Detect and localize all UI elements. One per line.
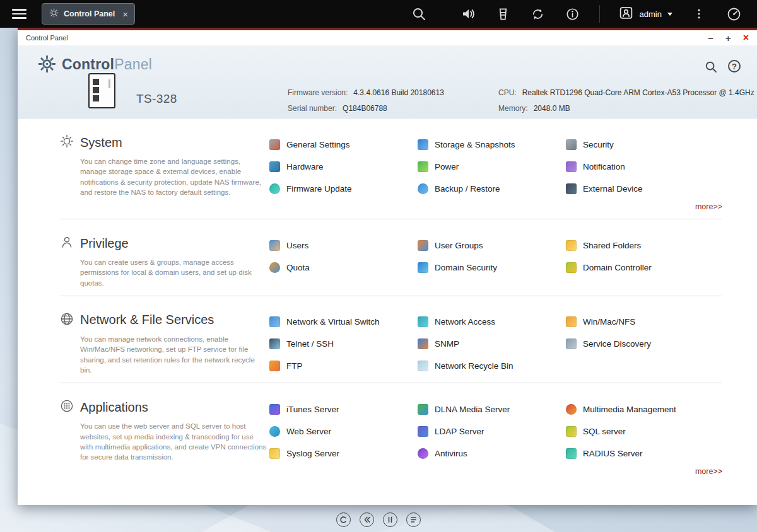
minimize-button[interactable]: − bbox=[708, 33, 713, 43]
web-server-icon bbox=[269, 426, 280, 437]
item-notification[interactable]: Notification bbox=[566, 159, 714, 173]
item-syslog-server[interactable]: Syslog Server bbox=[269, 446, 418, 460]
item-service-discovery[interactable]: Service Discovery bbox=[566, 337, 714, 351]
item-label: Service Discovery bbox=[583, 339, 651, 349]
item-user-groups[interactable]: User Groups bbox=[418, 238, 566, 252]
item-sql-server[interactable]: SQL server bbox=[566, 424, 714, 438]
telnet-ssh-icon bbox=[269, 338, 280, 349]
control-panel-content: System You can change time zone and lang… bbox=[18, 119, 757, 504]
external-device-icon bbox=[566, 183, 577, 194]
power-icon bbox=[418, 161, 428, 172]
snmp-icon bbox=[418, 338, 428, 349]
item-storage-snapshots[interactable]: Storage & Snapshots bbox=[418, 137, 566, 151]
sync-icon[interactable] bbox=[530, 6, 546, 22]
item-label: RADIUS Server bbox=[583, 449, 643, 458]
item-label: Telnet / SSH bbox=[286, 339, 334, 349]
ftp-icon bbox=[269, 361, 280, 371]
item-label: Syslog Server bbox=[286, 449, 339, 458]
item-network-recycle-bin[interactable]: Network Recycle Bin bbox=[418, 359, 566, 373]
item-antivirus[interactable]: Antivirus bbox=[418, 446, 566, 460]
section-title: Privilege bbox=[80, 236, 129, 251]
background-tasks-icon[interactable] bbox=[495, 6, 512, 22]
item-power[interactable]: Power bbox=[418, 159, 566, 173]
item-label: Network Recycle Bin bbox=[435, 361, 513, 371]
item-label: LDAP Server bbox=[435, 427, 484, 436]
device-model: TS-328 bbox=[136, 92, 177, 106]
sql-server-icon bbox=[566, 426, 577, 437]
tab-close-icon[interactable]: × bbox=[122, 9, 128, 19]
dlna-media-server-icon bbox=[418, 404, 428, 415]
item-label: Domain Controller bbox=[583, 263, 652, 272]
search-icon[interactable] bbox=[411, 6, 427, 22]
item-domain-controller[interactable]: Domain Controller bbox=[566, 260, 714, 274]
window-search-icon[interactable] bbox=[704, 60, 718, 76]
item-telnet-ssh[interactable]: Telnet / SSH bbox=[269, 337, 418, 351]
item-quota[interactable]: Quota bbox=[269, 260, 418, 274]
volume-icon[interactable] bbox=[461, 6, 477, 22]
item-web-server[interactable]: Web Server bbox=[269, 424, 418, 438]
page-title: ControlPanel bbox=[62, 56, 152, 73]
item-external-device[interactable]: External Device bbox=[566, 182, 714, 195]
maximize-button[interactable]: + bbox=[725, 33, 731, 43]
section-applications: Applications You can use the web server … bbox=[60, 383, 722, 483]
item-snmp[interactable]: SNMP bbox=[418, 337, 566, 351]
network-virtual-switch-icon bbox=[269, 316, 280, 327]
hardware-icon bbox=[269, 161, 280, 172]
item-network-virtual-switch[interactable]: Network & Virtual Switch bbox=[269, 315, 418, 329]
privilege-section-icon bbox=[60, 235, 74, 252]
item-backup-restore[interactable]: Backup / Restore bbox=[418, 182, 566, 195]
user-menu[interactable]: admin bbox=[618, 5, 672, 23]
close-button[interactable]: × bbox=[743, 33, 749, 43]
switch-back-icon[interactable] bbox=[360, 512, 374, 527]
hardware-info: CPU:Realtek RTD1296 Quad-Core ARM Cortex… bbox=[498, 85, 754, 117]
service-discovery-icon bbox=[566, 338, 577, 349]
serial-value: Q184B06788 bbox=[343, 104, 387, 113]
domain-security-icon bbox=[418, 262, 428, 273]
item-label: Users bbox=[286, 241, 308, 250]
item-users[interactable]: Users bbox=[269, 238, 418, 252]
more-options-icon[interactable] bbox=[691, 6, 707, 22]
item-general-settings[interactable]: General Settings bbox=[269, 137, 418, 151]
item-network-access[interactable]: Network Access bbox=[418, 315, 566, 329]
item-label: Network Access bbox=[435, 317, 495, 327]
syslog-server-icon bbox=[269, 448, 280, 459]
item-ldap-server[interactable]: LDAP Server bbox=[418, 424, 566, 438]
item-domain-security[interactable]: Domain Security bbox=[418, 260, 566, 274]
network-section-icon bbox=[60, 312, 74, 328]
win-mac-nfs-icon bbox=[566, 316, 577, 327]
item-radius-server[interactable]: RADIUS Server bbox=[566, 446, 714, 460]
notes-icon[interactable] bbox=[406, 512, 421, 527]
item-security[interactable]: Security bbox=[566, 137, 714, 151]
firmware-update-icon bbox=[269, 183, 280, 194]
window-titlebar[interactable]: Control Panel − + × bbox=[18, 30, 757, 45]
chevron-down-icon bbox=[667, 13, 672, 16]
item-itunes-server[interactable]: iTunes Server bbox=[269, 402, 418, 416]
item-label: Storage & Snapshots bbox=[435, 140, 515, 149]
desktop-dock bbox=[336, 512, 421, 527]
shared-folders-icon bbox=[566, 240, 577, 251]
item-label: Web Server bbox=[286, 427, 331, 436]
item-shared-folders[interactable]: Shared Folders bbox=[566, 238, 714, 252]
info-icon[interactable] bbox=[565, 6, 581, 22]
help-icon[interactable]: ? bbox=[728, 60, 741, 72]
item-ftp[interactable]: FTP bbox=[269, 359, 418, 373]
cpu-label: CPU: bbox=[498, 88, 517, 97]
item-label: Security bbox=[583, 140, 614, 149]
dashboard-gauge-icon[interactable] bbox=[725, 6, 742, 22]
applications-more-link[interactable]: more>> bbox=[695, 467, 722, 476]
item-hardware[interactable]: Hardware bbox=[269, 159, 418, 173]
users-icon bbox=[269, 240, 280, 251]
recent-icon[interactable] bbox=[336, 512, 351, 527]
system-more-link[interactable]: more>> bbox=[695, 202, 722, 211]
tab-control-panel[interactable]: Control Panel × bbox=[42, 3, 135, 25]
item-dlna-media-server[interactable]: DLNA Media Server bbox=[418, 402, 566, 416]
main-menu-icon[interactable] bbox=[12, 6, 26, 22]
section-title: System bbox=[80, 136, 122, 150]
section-description: You can use the web server and SQL serve… bbox=[80, 421, 267, 462]
section-description: You can create users & groups, manage ac… bbox=[80, 257, 267, 288]
item-firmware-update[interactable]: Firmware Update bbox=[269, 182, 418, 195]
item-win-mac-nfs[interactable]: Win/Mac/NFS bbox=[566, 315, 714, 329]
split-view-icon[interactable] bbox=[383, 512, 397, 527]
item-multimedia-management[interactable]: Multimedia Management bbox=[566, 402, 714, 416]
network-recycle-bin-icon bbox=[418, 361, 428, 371]
